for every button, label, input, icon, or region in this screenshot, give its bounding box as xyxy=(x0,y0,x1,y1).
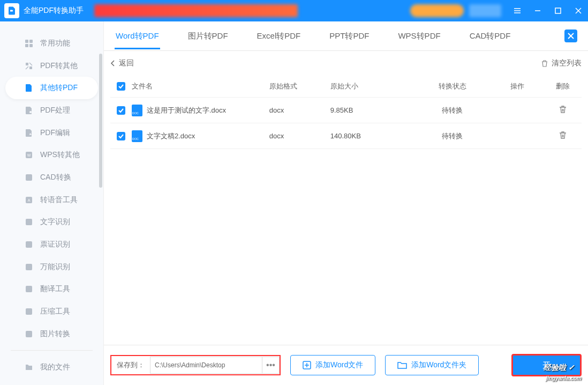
save-path-input[interactable] xyxy=(150,357,262,374)
app-title: 全能PDF转换助手 xyxy=(24,6,84,16)
file-size: 9.85KB xyxy=(330,106,414,114)
sidebar-label: PDF转其他 xyxy=(40,61,78,71)
tab-cad[interactable]: CAD转PDF xyxy=(469,23,512,49)
start-label: 开 xyxy=(542,360,551,371)
sidebar-item-myfiles[interactable]: 我的文件 xyxy=(5,356,98,379)
svg-rect-21 xyxy=(26,308,32,315)
close-button[interactable] xyxy=(573,5,584,16)
svg-rect-20 xyxy=(26,286,32,292)
sidebar-label: 压缩工具 xyxy=(40,307,70,316)
translate-icon xyxy=(24,284,34,294)
add-folder-button[interactable]: 添加Word文件夹 xyxy=(385,355,479,375)
header-size: 原始大小 xyxy=(330,82,414,91)
table-header: 文件名 原始格式 原始大小 转换状态 操作 删除 xyxy=(110,75,582,98)
save-label: 保存到： xyxy=(111,360,150,370)
sidebar-item-cad[interactable]: CAD转换 xyxy=(5,166,98,189)
sidebar-item-other-to-pdf[interactable]: 其他转PDF xyxy=(5,77,98,99)
select-all-checkbox[interactable] xyxy=(117,82,125,91)
svg-rect-9 xyxy=(25,44,28,47)
browse-button[interactable]: ••• xyxy=(262,357,280,374)
file-status: 待转换 xyxy=(414,106,491,115)
tab-image[interactable]: 图片转PDF xyxy=(187,23,229,49)
sidebar-label: WPS转其他 xyxy=(40,150,80,160)
sidebar-label: 常用功能 xyxy=(40,39,70,48)
delete-row-button[interactable] xyxy=(559,131,567,139)
svg-text:W: W xyxy=(27,153,31,157)
svg-rect-14 xyxy=(26,174,32,181)
watermark-url: jingyanla.com xyxy=(546,375,582,381)
svg-rect-10 xyxy=(29,44,33,47)
tab-ppt[interactable]: PPT转PDF xyxy=(328,23,370,49)
table-row: 这是用于测试的文字.docx docx 9.85KB 待转换 xyxy=(110,98,582,123)
banner-blur xyxy=(94,4,298,17)
sidebar-item-translate[interactable]: 翻译工具 xyxy=(5,278,98,300)
sidebar-item-tts[interactable]: A转语音工具 xyxy=(5,189,98,211)
row-checkbox[interactable] xyxy=(117,132,125,140)
sidebar-label: 其他转PDF xyxy=(40,83,78,93)
file-format: docx xyxy=(269,106,330,114)
user-blur xyxy=(469,4,501,17)
svg-rect-22 xyxy=(26,331,32,337)
sidebar: 常用功能 PDF转其他 其他转PDF PDF处理 PDF编辑 WWPS转其他 C… xyxy=(0,21,103,385)
sidebar-item-compress[interactable]: 压缩工具 xyxy=(5,300,98,323)
back-label: 返回 xyxy=(119,58,134,68)
sidebar-label: 翻译工具 xyxy=(40,284,70,294)
svg-text:A: A xyxy=(28,198,31,202)
start-convert-button[interactable]: 开 经验啦 ✓ jingyanla.com xyxy=(511,354,582,376)
audio-icon: A xyxy=(24,195,34,205)
doc-file-icon xyxy=(132,105,142,116)
folder-icon xyxy=(397,361,407,369)
header-format: 原始格式 xyxy=(269,82,330,91)
table-row: 文字文稿2.docx docx 140.80KB 待转换 xyxy=(110,123,582,149)
sidebar-label: PDF编辑 xyxy=(40,128,70,138)
sidebar-label: 票证识别 xyxy=(40,240,70,249)
row-checkbox[interactable] xyxy=(117,106,125,115)
header-op: 操作 xyxy=(491,82,544,91)
tab-bar: Word转PDF 图片转PDF Excel转PDF PPT转PDF WPS转PD… xyxy=(104,21,588,51)
maximize-button[interactable] xyxy=(553,5,563,16)
image-icon xyxy=(24,329,34,339)
zip-icon xyxy=(24,307,34,316)
sidebar-item-universal[interactable]: 万能识别 xyxy=(5,256,98,278)
svg-rect-7 xyxy=(25,40,28,43)
sidebar-item-wps[interactable]: WWPS转其他 xyxy=(5,144,98,166)
sidebar-item-common[interactable]: 常用功能 xyxy=(5,32,98,55)
sidebar-scrollbar[interactable] xyxy=(99,54,102,188)
convert-icon xyxy=(24,61,34,71)
titlebar: 全能PDF转换助手 xyxy=(0,0,588,21)
close-tabs-button[interactable] xyxy=(564,29,577,42)
text-icon xyxy=(24,217,34,227)
svg-rect-17 xyxy=(26,219,32,225)
trash-icon xyxy=(541,60,548,67)
cad-icon xyxy=(24,173,34,182)
sidebar-item-pdf-edit[interactable]: PDF编辑 xyxy=(5,122,98,144)
app-logo xyxy=(4,3,19,18)
sidebar-item-pdf-to-other[interactable]: PDF转其他 xyxy=(5,55,98,77)
sidebar-item-image[interactable]: 图片转换 xyxy=(5,323,98,345)
sidebar-label: 图片转换 xyxy=(40,329,70,339)
folder-icon xyxy=(24,362,34,372)
chevron-left-icon xyxy=(110,60,116,66)
header-del: 删除 xyxy=(544,82,582,91)
sidebar-item-ocr[interactable]: 文字识别 xyxy=(5,211,98,233)
tab-excel[interactable]: Excel转PDF xyxy=(256,23,302,49)
sidebar-item-pdf-process[interactable]: PDF处理 xyxy=(5,99,98,122)
clear-list-button[interactable]: 清空列表 xyxy=(541,58,582,68)
save-path-group: 保存到： ••• xyxy=(110,355,281,375)
menu-icon[interactable] xyxy=(512,5,523,16)
add-file-button[interactable]: 添加Word文件 xyxy=(290,355,375,375)
back-button[interactable]: 返回 xyxy=(110,58,134,68)
tab-wps[interactable]: WPS转PDF xyxy=(397,23,441,49)
process-icon xyxy=(24,106,34,115)
sidebar-item-ticket[interactable]: 票证识别 xyxy=(5,233,98,256)
header-name: 文件名 xyxy=(132,82,269,91)
svg-rect-19 xyxy=(26,264,32,270)
minimize-button[interactable] xyxy=(532,5,543,16)
main-panel: Word转PDF 图片转PDF Excel转PDF PPT转PDF WPS转PD… xyxy=(103,21,588,385)
sidebar-label: 文字识别 xyxy=(40,217,70,227)
plus-icon xyxy=(303,361,311,369)
tab-word[interactable]: Word转PDF xyxy=(115,23,160,49)
file-format: docx xyxy=(269,132,330,140)
sidebar-label: PDF处理 xyxy=(40,106,70,115)
delete-row-button[interactable] xyxy=(559,105,567,114)
